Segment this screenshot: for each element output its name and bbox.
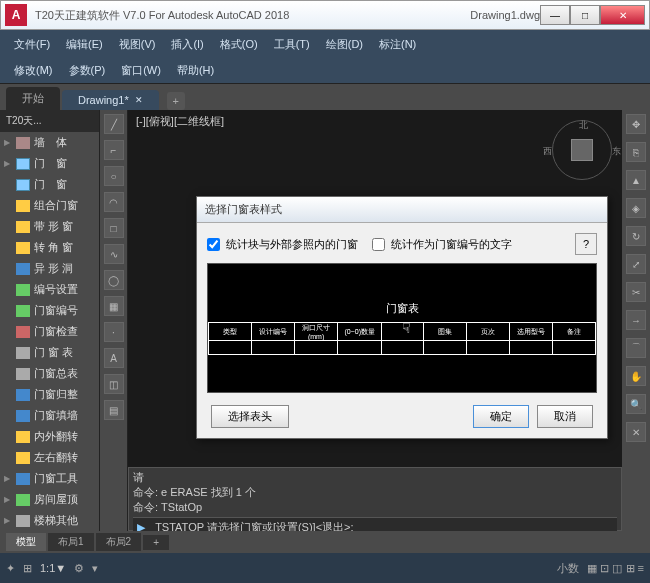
chk-blocks[interactable] <box>207 238 220 251</box>
chk-blocks-label: 统计块与外部参照内的门窗 <box>226 237 358 252</box>
tree-combo[interactable]: 组合门窗 <box>0 195 99 216</box>
left-panel: T20天... ▶墙 体 ▶门 窗 门 窗 组合门窗 带 形 窗 转 角 窗 异… <box>0 110 100 540</box>
menu-format[interactable]: 格式(O) <box>212 33 266 56</box>
tree-hole[interactable]: 异 形 洞 <box>0 258 99 279</box>
copy-tool-icon[interactable]: ⎘ <box>626 142 646 162</box>
draw-toolbar: ╱ ⌐ ○ ◠ □ ∿ ◯ ▦ · A ◫ ▤ <box>100 110 128 540</box>
table-tool-icon[interactable]: ▤ <box>104 400 124 420</box>
tab-drawing1[interactable]: Drawing1*✕ <box>62 90 159 110</box>
minimize-button[interactable]: — <box>540 5 570 25</box>
tree-check[interactable]: 门窗检查 <box>0 321 99 342</box>
tree-door[interactable]: ▶门 窗 <box>0 153 99 174</box>
tree-numset[interactable]: 编号设置 <box>0 279 99 300</box>
tab-layout1[interactable]: 布局1 <box>48 533 94 551</box>
move-tool-icon[interactable]: ✥ <box>626 114 646 134</box>
chk-text-label: 统计作为门窗编号的文字 <box>391 237 512 252</box>
status-grid-icon[interactable]: ⊞ <box>23 562 32 575</box>
select-style-dialog: 选择门窗表样式 统计块与外部参照内的门窗 统计作为门窗编号的文字 ? 门窗表 ☟… <box>196 196 608 439</box>
tree-tools[interactable]: ▶门窗工具 <box>0 468 99 489</box>
tab-close-icon[interactable]: ✕ <box>135 95 143 105</box>
ellipse-tool-icon[interactable]: ◯ <box>104 270 124 290</box>
app-icon: A <box>5 4 27 26</box>
mirror-tool-icon[interactable]: ▲ <box>626 170 646 190</box>
menu-tools[interactable]: 工具(T) <box>266 33 318 56</box>
close-button[interactable]: ✕ <box>600 5 645 25</box>
cube-icon[interactable] <box>571 139 593 161</box>
scale-tool-icon[interactable]: ⤢ <box>626 254 646 274</box>
tab-start[interactable]: 开始 <box>6 87 60 110</box>
trim-tool-icon[interactable]: ✂ <box>626 282 646 302</box>
tab-add-layout[interactable]: + <box>143 535 169 550</box>
statusbar: ✦ ⊞ 1:1▼ ⚙ ▾ 小数 ▦ ⊡ ◫ ⊞ ≡ <box>0 553 650 583</box>
tree-totaltable[interactable]: 门窗总表 <box>0 363 99 384</box>
preview-title: 门窗表 <box>386 301 419 316</box>
zoom-tool-icon[interactable]: 🔍 <box>626 394 646 414</box>
point-tool-icon[interactable]: · <box>104 322 124 342</box>
menu-modify[interactable]: 修改(M) <box>6 59 61 82</box>
tab-model[interactable]: 模型 <box>6 533 46 551</box>
offset-tool-icon[interactable]: ◈ <box>626 198 646 218</box>
spline-tool-icon[interactable]: ∿ <box>104 244 124 264</box>
viewport-label[interactable]: [-][俯视][二维线框] <box>136 114 224 129</box>
text-tool-icon[interactable]: A <box>104 348 124 368</box>
tree-fill[interactable]: 门窗填墙 <box>0 405 99 426</box>
select-header-button[interactable]: 选择表头 <box>211 405 289 428</box>
panel-title: T20天... <box>0 110 99 132</box>
tree-door2[interactable]: 门 窗 <box>0 174 99 195</box>
status-tools-icon[interactable]: ▦ ⊡ ◫ ⊞ ≡ <box>587 562 644 575</box>
tab-layout2[interactable]: 布局2 <box>96 533 142 551</box>
tree-corner[interactable]: 转 角 窗 <box>0 237 99 258</box>
chk-text[interactable] <box>372 238 385 251</box>
maximize-button[interactable]: □ <box>570 5 600 25</box>
menu-help[interactable]: 帮助(H) <box>169 59 222 82</box>
ok-button[interactable]: 确定 <box>473 405 529 428</box>
menu-window[interactable]: 窗口(W) <box>113 59 169 82</box>
tree-stair[interactable]: ▶楼梯其他 <box>0 510 99 531</box>
status-icon[interactable]: ✦ <box>6 562 15 575</box>
tree-flip2[interactable]: 左右翻转 <box>0 447 99 468</box>
tree-room[interactable]: ▶房间屋顶 <box>0 489 99 510</box>
tree-arrange[interactable]: 门窗归整 <box>0 384 99 405</box>
window-title: T20天正建筑软件 V7.0 For Autodesk AutoCAD 2018 <box>35 8 450 23</box>
view-cube[interactable]: 北 西 东 <box>552 120 612 180</box>
menubar-2: 修改(M) 参数(P) 窗口(W) 帮助(H) <box>0 58 650 84</box>
menu-insert[interactable]: 插入(I) <box>163 33 211 56</box>
tab-add-button[interactable]: + <box>167 92 185 110</box>
rect-tool-icon[interactable]: □ <box>104 218 124 238</box>
menu-params[interactable]: 参数(P) <box>61 59 114 82</box>
menu-file[interactable]: 文件(F) <box>6 33 58 56</box>
pan-tool-icon[interactable]: ✋ <box>626 366 646 386</box>
menu-view[interactable]: 视图(V) <box>111 33 164 56</box>
block-tool-icon[interactable]: ◫ <box>104 374 124 394</box>
cancel-button[interactable]: 取消 <box>537 405 593 428</box>
rotate-tool-icon[interactable]: ↻ <box>626 226 646 246</box>
tree-strip[interactable]: 带 形 窗 <box>0 216 99 237</box>
tree-table[interactable]: 门 窗 表 <box>0 342 99 363</box>
modify-toolbar: ✥ ⎘ ▲ ◈ ↻ ⤢ ✂ → ⌒ ✋ 🔍 ✕ <box>622 110 650 540</box>
tree-wall[interactable]: ▶墙 体 <box>0 132 99 153</box>
tree-num[interactable]: 门窗编号 <box>0 300 99 321</box>
help-button[interactable]: ? <box>575 233 597 255</box>
fillet-tool-icon[interactable]: ⌒ <box>626 338 646 358</box>
status-snap-icon[interactable]: ▾ <box>92 562 98 575</box>
status-mode[interactable]: 小数 <box>557 561 579 576</box>
hatch-tool-icon[interactable]: ▦ <box>104 296 124 316</box>
menu-dim[interactable]: 标注(N) <box>371 33 424 56</box>
tab-label: 开始 <box>22 91 44 106</box>
extend-tool-icon[interactable]: → <box>626 310 646 330</box>
tree-flip1[interactable]: 内外翻转 <box>0 426 99 447</box>
command-history: 请 命令: e ERASE 找到 1 个 命令: TStatOp ▶_ TSTA… <box>128 467 622 531</box>
cursor-icon: ☟ <box>402 320 411 336</box>
dialog-title: 选择门窗表样式 <box>197 197 607 223</box>
line-tool-icon[interactable]: ╱ <box>104 114 124 134</box>
arc-tool-icon[interactable]: ◠ <box>104 192 124 212</box>
status-scale[interactable]: 1:1▼ <box>40 562 66 574</box>
preview-area[interactable]: 门窗表 ☟ 类型设计编号洞口尺寸(mm)(0~0)数量图集页次选用型号备注 <box>207 263 597 393</box>
erase-tool-icon[interactable]: ✕ <box>626 422 646 442</box>
polyline-tool-icon[interactable]: ⌐ <box>104 140 124 160</box>
circle-tool-icon[interactable]: ○ <box>104 166 124 186</box>
layout-tabs: 模型 布局1 布局2 + <box>0 531 650 553</box>
menu-draw[interactable]: 绘图(D) <box>318 33 371 56</box>
menu-edit[interactable]: 编辑(E) <box>58 33 111 56</box>
status-gear-icon[interactable]: ⚙ <box>74 562 84 575</box>
